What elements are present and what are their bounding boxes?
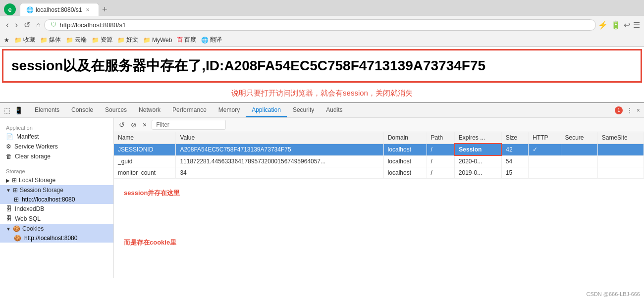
col-domain: Domain — [383, 132, 427, 144]
tab-console[interactable]: Console — [65, 103, 99, 117]
tab-memory[interactable]: Memory — [213, 103, 246, 117]
clear-storage-icon: 🗑 — [6, 153, 12, 160]
tab-sources[interactable]: Sources — [99, 103, 133, 117]
sidebar-item-indexeddb[interactable]: 🗄 IndexedDB — [0, 204, 113, 214]
col-expires: Expires ... — [454, 132, 501, 144]
tab-network[interactable]: Network — [133, 103, 166, 117]
inspect-icon[interactable]: ⬚ — [4, 106, 10, 114]
col-samesite: SameSite — [597, 132, 644, 144]
bookmark-resources[interactable]: 📁 资源 — [92, 36, 112, 44]
error-badge: 1 — [615, 106, 623, 114]
bookmark-baidu[interactable]: 百 百度 — [177, 36, 196, 44]
filter-input[interactable] — [152, 120, 226, 130]
session-storage-group: ▼ ⊞ Session Storage ⊞ http://localhost:8… — [0, 185, 113, 204]
tab-performance[interactable]: Performance — [166, 103, 213, 117]
col-path: Path — [427, 132, 454, 144]
cell-1: A208FA54EC5C758F4713139A73734F75 — [176, 144, 383, 155]
bookmark-label: 媒体 — [49, 36, 61, 44]
folder-icon: 📁 — [92, 37, 99, 44]
cookies-localhost[interactable]: 🍪 http://localhost:8080 — [0, 234, 113, 243]
watermark: CSDN @666-LBJ-666 — [587, 291, 640, 297]
device-icon[interactable]: 📱 — [14, 106, 23, 114]
cookies-child-label: http://localhost:8080 — [24, 235, 77, 242]
bookmark-cloud[interactable]: 📁 云端 — [66, 36, 87, 44]
cookies-label: Cookies — [22, 225, 44, 232]
security-icon: 🛡 — [51, 21, 56, 28]
tab-application[interactable]: Application — [246, 103, 287, 117]
folder-icon: 📁 — [117, 37, 125, 44]
bookmark-label: 收藏 — [23, 36, 35, 44]
address-bar[interactable]: 🛡 http://localhost:8080/s1 — [44, 19, 596, 31]
clear-storage-label: Clear storage — [15, 153, 51, 160]
cell-0: _guid — [114, 155, 176, 167]
devtools-icons: 1 ⋮ × — [615, 106, 640, 114]
tab-elements[interactable]: Elements — [29, 103, 65, 117]
devtools-close-icon[interactable]: × — [637, 107, 640, 114]
cell-3: / — [427, 144, 454, 155]
websql-icon: 🗄 — [6, 215, 12, 222]
cookies-header[interactable]: ▼ 🍪 Cookies — [0, 224, 113, 234]
table-scroll[interactable]: Name Value Domain Path Expires ... Size … — [114, 132, 644, 278]
bookmarks-bar: ★ 📁 收藏 📁 媒体 📁 云端 📁 资源 📁 好文 📁 MyWeb 百 百度 — [0, 34, 644, 47]
session-storage-localhost[interactable]: ⊞ http://localhost:8080 — [0, 195, 113, 204]
folder-icon: 📁 — [14, 37, 22, 44]
browser-tab[interactable]: 🌐 localhost:8080/s1 × — [20, 3, 99, 16]
sidebar-item-service-workers[interactable]: ⚙ Service Workers — [0, 142, 113, 151]
tab-favicon: 🌐 — [26, 6, 34, 13]
storage-section-label: Storage — [0, 165, 113, 175]
folder-icon: 📁 — [66, 37, 73, 44]
cell-1: 111872281.445633364178957320001567495964… — [176, 155, 383, 167]
cookies-table: Name Value Domain Path Expires ... Size … — [114, 132, 644, 179]
table-row[interactable]: monitor_count34localhost/2019-0...15 — [114, 167, 644, 179]
bookmark-media[interactable]: 📁 媒体 — [40, 36, 61, 44]
col-http: HTTP — [529, 132, 561, 144]
cell-2: localhost — [383, 155, 427, 167]
forward-button[interactable]: › — [13, 19, 20, 31]
arrow-down-icon: ▼ — [6, 226, 11, 232]
cell-6 — [529, 167, 561, 179]
sidebar-item-clear-storage[interactable]: 🗑 Clear storage — [0, 151, 113, 161]
browser-logo: e — [4, 3, 16, 15]
cell-1: 34 — [176, 167, 383, 179]
session-child-label: http://localhost:8080 — [22, 196, 75, 203]
bookmark-label: 好文 — [126, 36, 138, 44]
back-button[interactable]: ‹ — [4, 19, 11, 31]
cell-8 — [597, 144, 644, 155]
bookmark-translate[interactable]: 🌐 翻译 — [201, 36, 222, 44]
main-panel: ↺ ⊘ × Name Value Domain Path Expires ... — [114, 118, 644, 278]
devtools-menu-icon[interactable]: ⋮ — [627, 107, 633, 114]
bookmark-myweb[interactable]: 📁 MyWeb — [143, 37, 172, 44]
block-button[interactable]: ⊘ — [130, 120, 138, 130]
cookies-group: ▼ 🍪 Cookies 🍪 http://localhost:8080 — [0, 224, 113, 243]
cell-2: localhost — [383, 167, 427, 179]
table-row[interactable]: _guid111872281.4456333641789573200015674… — [114, 155, 644, 167]
clear-button[interactable]: × — [142, 120, 148, 130]
sidebar-item-web-sql[interactable]: 🗄 Web SQL — [0, 214, 113, 224]
cell-7 — [561, 155, 597, 167]
table-row[interactable]: JSESSIONIDA208FA54EC5C758F4713139A73734F… — [114, 144, 644, 155]
new-tab-button[interactable]: + — [102, 4, 107, 15]
local-storage-group[interactable]: ▶ ⊞ Local Storage — [0, 175, 113, 185]
tab-audits[interactable]: Audits — [320, 103, 348, 117]
refresh-button[interactable]: ↺ — [118, 120, 126, 130]
bookmark-collections[interactable]: 📁 收藏 — [14, 36, 35, 44]
indexeddb-icon: 🗄 — [6, 205, 12, 212]
cell-8 — [597, 167, 644, 179]
home-button[interactable]: ⌂ — [34, 20, 42, 30]
bookmark-articles[interactable]: 📁 好文 — [117, 36, 138, 44]
col-value: Value — [176, 132, 383, 144]
cell-3: / — [427, 155, 454, 167]
refresh-button[interactable]: ↺ — [22, 19, 32, 31]
manifest-label: Manifest — [16, 133, 39, 140]
cookies-icon: 🍪 — [13, 225, 20, 232]
cell-5: 54 — [501, 155, 528, 167]
baidu-icon: 百 — [177, 36, 183, 44]
bookmark-label: 云端 — [75, 36, 87, 44]
service-workers-icon: ⚙ — [6, 143, 11, 150]
tab-close-button[interactable]: × — [86, 6, 89, 13]
session-storage-header[interactable]: ▼ ⊞ Session Storage — [0, 185, 113, 195]
menu-icon[interactable]: ☰ — [633, 20, 640, 30]
session-storage-icon: ⊞ — [13, 187, 18, 194]
sidebar-item-manifest[interactable]: 📄 Manifest — [0, 132, 113, 142]
tab-security[interactable]: Security — [287, 103, 320, 117]
